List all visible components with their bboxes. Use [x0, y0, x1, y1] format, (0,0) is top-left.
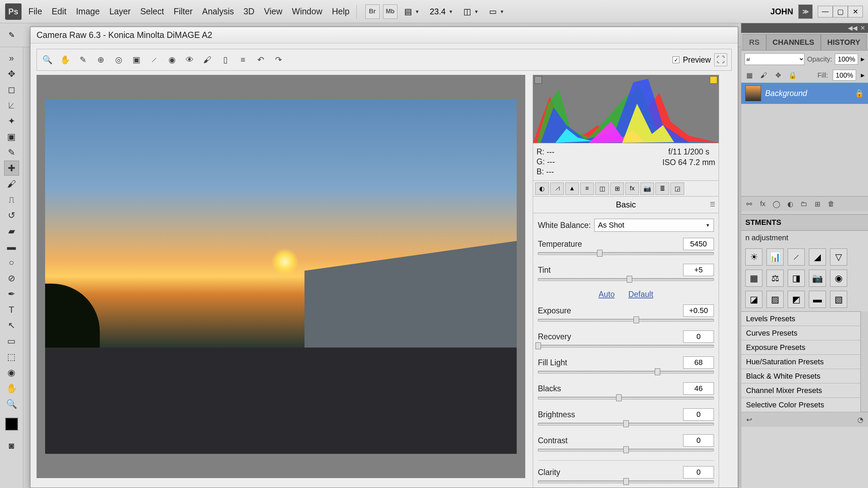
slider-track[interactable]	[538, 480, 714, 483]
maximize-button[interactable]: ▢	[833, 6, 848, 17]
histogram[interactable]	[533, 75, 719, 143]
slider-thumb[interactable]	[616, 394, 622, 401]
tab-layers[interactable]: RS	[743, 34, 766, 50]
preset-item[interactable]: Hue/Saturation Presets	[741, 355, 860, 369]
tab-basic[interactable]: ◐	[535, 182, 549, 195]
stamp-tool[interactable]: ⎍	[4, 192, 19, 207]
cslive-button[interactable]: ≫	[798, 4, 813, 19]
tab-history[interactable]: HISTORY	[821, 34, 867, 50]
preset-item[interactable]: Channel Mixer Presets	[741, 383, 860, 398]
lock-pixels-icon[interactable]: ▦	[745, 70, 754, 80]
mask-icon[interactable]: ◯	[771, 199, 782, 209]
craw-straighten-tool[interactable]: ⟋	[148, 53, 161, 66]
new-layer-icon[interactable]: ⊞	[812, 199, 823, 209]
slider-value-input[interactable]: 0	[683, 466, 714, 478]
preset-item[interactable]: Levels Presets	[741, 312, 860, 326]
screenmode-dropdown[interactable]: ▭▼	[489, 7, 504, 16]
auto-link[interactable]: Auto	[598, 290, 614, 299]
adjustment-icon[interactable]: ◐	[785, 199, 795, 209]
zoom-dropdown[interactable]: 23.4▼	[430, 7, 453, 16]
opacity-flyout-icon[interactable]: ▸	[861, 55, 865, 64]
fullscreen-button[interactable]: ⛶	[714, 53, 727, 66]
blend-mode-select[interactable]: al	[745, 53, 804, 65]
menu-layer[interactable]: Layer	[109, 6, 131, 16]
tab-camera[interactable]: 📷	[640, 182, 654, 195]
close-dock-icon[interactable]: ✕	[860, 24, 865, 32]
slider-thumb[interactable]	[655, 368, 660, 375]
craw-gradfilter-tool[interactable]: ▯	[219, 53, 232, 66]
craw-sampler-tool[interactable]: ⊕	[94, 53, 107, 66]
lock-all-icon[interactable]: 🔒	[788, 70, 797, 80]
preset-item[interactable]: Curves Presets	[741, 326, 860, 340]
lock-move-icon[interactable]: ✥	[773, 70, 783, 80]
craw-target-tool[interactable]: ◎	[112, 53, 125, 66]
trash-icon[interactable]: 🗑	[826, 199, 836, 209]
slider-track[interactable]	[538, 252, 714, 255]
fx-icon[interactable]: fx	[758, 199, 768, 209]
bridge-button[interactable]: Br	[365, 4, 380, 19]
blur-tool[interactable]: ○	[4, 255, 19, 270]
slider-track[interactable]	[538, 449, 714, 451]
vibrance-icon[interactable]: ▽	[830, 248, 847, 266]
tab-fx[interactable]: fx	[625, 182, 639, 195]
move-tool[interactable]: ✥	[4, 66, 19, 81]
minibridge-button[interactable]: Mb	[383, 4, 397, 19]
image-preview-area[interactable]	[37, 75, 525, 478]
slider-value-input[interactable]: +0.50	[683, 304, 714, 317]
fill-flyout-icon[interactable]: ▸	[861, 71, 865, 80]
foreground-color[interactable]	[5, 418, 18, 431]
shape-tool[interactable]: ▭	[4, 334, 19, 349]
slider-track[interactable]	[538, 423, 714, 425]
tab-split[interactable]: ◫	[595, 182, 609, 195]
shadow-clip-icon[interactable]	[534, 76, 542, 84]
menu-file[interactable]: File	[28, 6, 42, 16]
craw-crop-tool[interactable]: ▣	[130, 53, 143, 66]
slider-track[interactable]	[538, 278, 714, 281]
healing-tool[interactable]: ✚	[4, 161, 19, 176]
tab-detail[interactable]: ▲	[565, 182, 579, 195]
craw-spot-tool[interactable]: ◉	[165, 53, 178, 66]
photofilter-icon[interactable]: 📷	[809, 270, 826, 287]
threshold-icon[interactable]: ◩	[788, 291, 805, 308]
link-layers-icon[interactable]: ⚯	[744, 199, 754, 209]
craw-zoom-tool[interactable]: 🔍	[41, 53, 54, 66]
fill-value[interactable]: 100%	[833, 70, 856, 81]
craw-rotate-cw[interactable]: ↷	[272, 53, 285, 66]
slider-track[interactable]	[538, 345, 714, 348]
slider-value-input[interactable]: 5450	[683, 238, 714, 250]
marquee-tool[interactable]: ◻	[4, 82, 19, 97]
panel-menu-icon[interactable]: ☰	[710, 201, 715, 208]
hue-icon[interactable]: ▦	[745, 270, 762, 287]
menu-window[interactable]: Window	[292, 6, 322, 16]
levels-icon[interactable]: 📊	[767, 248, 784, 266]
return-icon[interactable]: ↩	[744, 415, 754, 425]
slider-value-input[interactable]: 46	[683, 382, 714, 395]
pen-tool[interactable]: ✒	[4, 286, 19, 301]
invert-icon[interactable]: ◪	[745, 291, 762, 308]
gradmap-icon[interactable]: ▬	[809, 291, 826, 308]
slider-thumb[interactable]	[634, 316, 639, 323]
slider-thumb[interactable]	[535, 342, 541, 349]
craw-redeye-tool[interactable]: 👁	[183, 53, 196, 66]
exposure-icon[interactable]: ◢	[809, 248, 826, 266]
hand-tool[interactable]: ✋	[4, 381, 19, 396]
brush-tool[interactable]: 🖌	[4, 176, 19, 191]
selcolor-icon[interactable]: ▧	[830, 291, 847, 308]
slider-thumb[interactable]	[623, 420, 629, 427]
view-dropdown[interactable]: ▤▼	[404, 7, 420, 16]
craw-prefs-tool[interactable]: ≡	[236, 53, 249, 66]
slider-value-input[interactable]: 0	[683, 408, 714, 421]
opacity-value[interactable]: 100%	[835, 54, 858, 65]
lasso-tool[interactable]: ⟀	[4, 98, 19, 113]
crop-tool[interactable]: ▣	[4, 129, 19, 144]
craw-wb-tool[interactable]: ✎	[77, 53, 90, 66]
tab-presets[interactable]: ≣	[655, 182, 669, 195]
default-link[interactable]: Default	[628, 290, 653, 299]
gradient-tool[interactable]: ▬	[4, 239, 19, 254]
curves-icon[interactable]: ⟋	[788, 248, 805, 266]
posterize-icon[interactable]: ▨	[767, 291, 784, 308]
colorbalance-icon[interactable]: ⚖	[767, 270, 784, 287]
tab-curve[interactable]: ⩘	[550, 182, 564, 195]
slider-value-input[interactable]: +5	[683, 264, 714, 276]
preset-item[interactable]: Black & White Presets	[741, 369, 860, 383]
